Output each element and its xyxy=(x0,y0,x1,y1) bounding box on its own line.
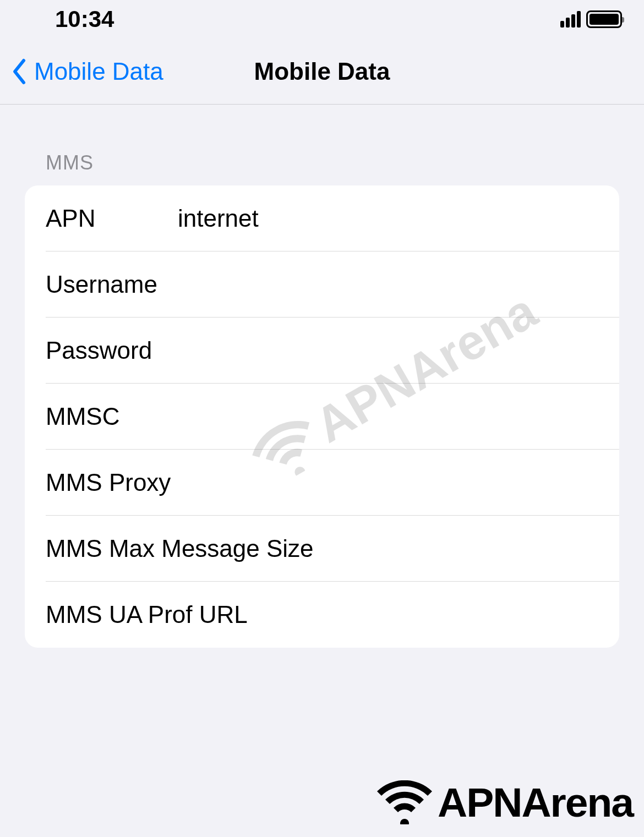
row-mms-ua-prof[interactable]: MMS UA Prof URL xyxy=(25,582,619,648)
label-username: Username xyxy=(46,271,178,298)
label-password: Password xyxy=(46,337,178,364)
label-apn: APN xyxy=(46,205,178,232)
settings-group-mms: APN Username Password MMSC MMS Proxy MMS… xyxy=(25,185,619,648)
row-mms-max-size[interactable]: MMS Max Message Size xyxy=(25,516,619,582)
section-header-mms: MMS xyxy=(25,151,619,174)
wifi-icon xyxy=(377,780,432,824)
cellular-signal-icon xyxy=(560,11,581,28)
row-apn[interactable]: APN xyxy=(25,185,619,251)
page-title: Mobile Data xyxy=(254,58,390,85)
input-apn[interactable] xyxy=(178,205,598,232)
row-mms-proxy[interactable]: MMS Proxy xyxy=(25,450,619,516)
row-password[interactable]: Password xyxy=(25,318,619,384)
row-username[interactable]: Username xyxy=(25,251,619,318)
input-mms-max-size[interactable] xyxy=(314,535,616,562)
input-password[interactable] xyxy=(178,337,598,364)
chevron-back-icon xyxy=(11,58,28,85)
back-label: Mobile Data xyxy=(34,58,163,85)
row-mmsc[interactable]: MMSC xyxy=(25,384,619,450)
back-button[interactable]: Mobile Data xyxy=(0,58,163,85)
watermark-bottom: APNArena xyxy=(377,779,633,826)
input-username[interactable] xyxy=(178,271,598,298)
watermark-text: APNArena xyxy=(438,779,633,826)
content-area: MMS APN Username Password MMSC MMS Proxy… xyxy=(0,105,644,648)
navigation-bar: Mobile Data Mobile Data xyxy=(0,39,644,105)
battery-icon xyxy=(586,10,622,28)
status-time: 10:34 xyxy=(55,6,114,32)
label-mms-ua-prof: MMS UA Prof URL xyxy=(46,601,248,628)
input-mmsc[interactable] xyxy=(178,403,598,430)
input-mms-proxy[interactable] xyxy=(178,469,598,496)
label-mms-proxy: MMS Proxy xyxy=(46,469,178,496)
status-indicators xyxy=(560,10,622,28)
status-bar: 10:34 xyxy=(0,0,644,39)
label-mms-max-size: MMS Max Message Size xyxy=(46,535,314,562)
label-mmsc: MMSC xyxy=(46,403,178,430)
input-mms-ua-prof[interactable] xyxy=(248,601,598,628)
